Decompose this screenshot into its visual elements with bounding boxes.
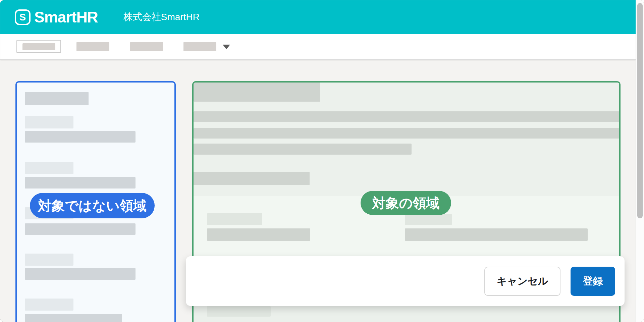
nav-tab-3[interactable]: [130, 42, 163, 51]
placeholder-field: [207, 228, 310, 241]
placeholder-field: [25, 223, 136, 235]
placeholder-label: [207, 213, 262, 225]
placeholder-title: [25, 92, 89, 105]
tenant-name: 株式会社SmartHR: [123, 11, 200, 23]
placeholder-field: [25, 268, 136, 280]
nav-tab-2[interactable]: [76, 42, 109, 51]
placeholder-subtitle: [194, 172, 310, 185]
placeholder-field: [405, 228, 588, 241]
scrollbar-thumb[interactable]: [637, 3, 643, 218]
global-nav: [0, 34, 636, 60]
nav-tab-dropdown[interactable]: [183, 42, 216, 51]
placeholder-label: [25, 116, 73, 128]
placeholder-label: [25, 162, 73, 174]
page-content: 対象ではない領域 対象の領域 キャンセル 登録: [0, 61, 636, 322]
placeholder-field: [25, 177, 136, 189]
nav-tab-label-placeholder: [22, 43, 55, 50]
smarthr-logo[interactable]: S SmartHR: [15, 8, 98, 26]
app-header: S SmartHR 株式会社SmartHR: [0, 0, 636, 34]
brand-name: SmartHR: [34, 8, 98, 26]
non-target-area-annotation: 対象ではない領域: [30, 193, 155, 218]
placeholder-field: [25, 131, 136, 143]
placeholder-row: [194, 111, 619, 122]
nav-tab-current[interactable]: [16, 40, 61, 53]
floating-action-bar: キャンセル 登録: [186, 256, 625, 306]
placeholder-field: [25, 314, 122, 322]
placeholder-label: [25, 299, 73, 311]
target-area-annotation: 対象の領域: [361, 191, 451, 215]
placeholder-label: [207, 306, 271, 317]
logo-letter: S: [19, 12, 26, 23]
caret-down-icon[interactable]: [223, 45, 230, 49]
non-target-panel: 対象ではない領域: [15, 81, 176, 322]
placeholder-row: [194, 144, 412, 155]
placeholder-row: [194, 128, 619, 139]
placeholder-label: [25, 254, 73, 266]
placeholder-label: [405, 214, 452, 225]
target-panel-footer-section: [194, 305, 619, 322]
submit-button[interactable]: 登録: [571, 267, 615, 296]
browser-frame: S SmartHR 株式会社SmartHR 対象ではない領域: [0, 0, 644, 322]
smarthr-s-icon: S: [15, 9, 31, 25]
target-panel-header-section: [194, 83, 619, 196]
placeholder-title: [194, 83, 320, 102]
scrollbar-track[interactable]: [636, 0, 644, 322]
cancel-button[interactable]: キャンセル: [484, 267, 560, 296]
